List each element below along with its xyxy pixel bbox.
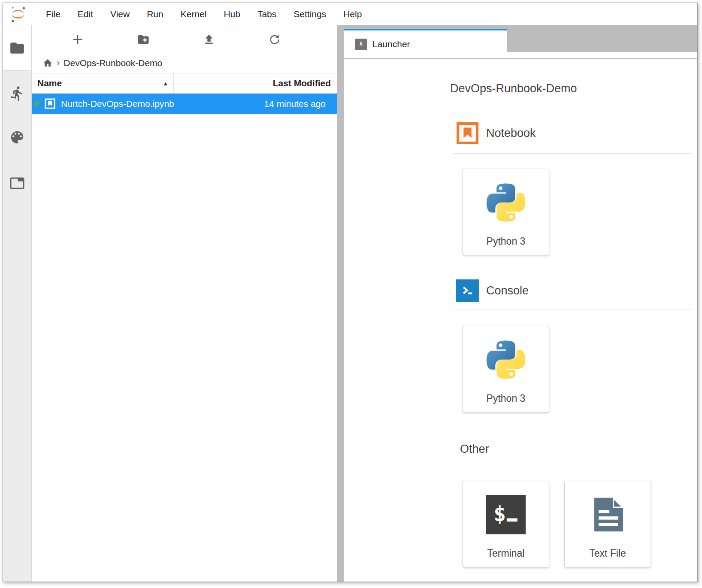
- terminal-icon: $: [486, 481, 526, 548]
- refresh-icon: [268, 33, 281, 46]
- menu-edit[interactable]: Edit: [69, 9, 102, 19]
- new-launcher-button[interactable]: [45, 33, 110, 46]
- svg-text:$: $: [493, 502, 506, 526]
- sort-ascending-icon: ▲: [163, 80, 168, 87]
- palette-icon: [9, 129, 25, 145]
- card-label-python3: Python 3: [487, 393, 526, 404]
- menu-settings[interactable]: Settings: [285, 9, 335, 19]
- last-modified-column-label: Last Modified: [273, 78, 331, 88]
- menu-view[interactable]: View: [102, 9, 138, 19]
- tab-launcher-label: Launcher: [372, 39, 410, 49]
- menu-file[interactable]: File: [37, 9, 69, 19]
- card-label-text-file: Text File: [589, 548, 626, 559]
- folder-icon: [9, 40, 25, 56]
- plus-icon: [71, 33, 84, 46]
- activity-sidebar: [3, 25, 32, 582]
- sidebar-tab-running-sessions[interactable]: [9, 85, 26, 102]
- section-header-console: Console: [456, 279, 529, 302]
- new-folder-button[interactable]: [110, 33, 176, 46]
- column-header-last-modified[interactable]: Last Modified: [174, 73, 337, 93]
- file-name: Nurtch-DevOps-Demo.ipynb: [61, 99, 174, 109]
- file-browser-panel: › DevOps-Runbook-Demo Name ▲ Last Modifi…: [32, 25, 337, 582]
- breadcrumb: › DevOps-Runbook-Demo: [32, 53, 337, 73]
- menu-run[interactable]: Run: [138, 9, 172, 19]
- section-divider: [454, 466, 691, 466]
- breadcrumb-current-folder[interactable]: DevOps-Runbook-Demo: [64, 58, 162, 68]
- main-dock-panel: Launcher DevOps-Runbook-Demo Notebook: [344, 25, 697, 582]
- sidebar-tab-command-palette[interactable]: [9, 129, 26, 146]
- file-list-header: Name ▲ Last Modified: [32, 73, 337, 94]
- other-cards: $ Terminal: [463, 481, 651, 567]
- console-cards: Python 3: [463, 326, 549, 412]
- text-file-icon: [588, 481, 627, 548]
- menu-hub[interactable]: Hub: [215, 9, 249, 19]
- launcher-card-text-file[interactable]: Text File: [564, 481, 651, 567]
- dock-tab-bar: Launcher: [344, 25, 697, 59]
- menu-help[interactable]: Help: [335, 9, 370, 19]
- sidebar-tab-file-browser[interactable]: [9, 39, 26, 57]
- name-column-label: Name: [37, 78, 62, 88]
- breadcrumb-separator: ›: [57, 58, 60, 69]
- workspace: › DevOps-Runbook-Demo Name ▲ Last Modifi…: [3, 25, 697, 582]
- column-header-name[interactable]: Name ▲: [32, 73, 174, 93]
- home-icon[interactable]: [42, 58, 53, 68]
- card-label-python3: Python 3: [487, 236, 526, 247]
- section-label-console: Console: [486, 284, 529, 297]
- launcher-card-console-python3[interactable]: Python 3: [463, 326, 549, 412]
- file-row-selected[interactable]: Nurtch-DevOps-Demo.ipynb 14 minutes ago: [32, 94, 337, 114]
- menu-bar: File Edit View Run Kernel Hub Tabs Setti…: [3, 3, 697, 25]
- launcher-rocket-icon: [355, 39, 367, 50]
- jupyterlab-window: File Edit View Run Kernel Hub Tabs Setti…: [3, 3, 698, 582]
- upload-icon: [203, 33, 215, 46]
- menu-kernel[interactable]: Kernel: [172, 9, 215, 19]
- running-man-icon: [9, 85, 25, 102]
- launcher-cwd-title: DevOps-Runbook-Demo: [450, 82, 577, 95]
- refresh-button[interactable]: [242, 33, 307, 46]
- section-divider: [454, 309, 691, 309]
- upload-button[interactable]: [176, 33, 242, 46]
- section-header-notebook: Notebook: [456, 122, 536, 145]
- notebook-file-icon: [44, 98, 56, 109]
- launcher-card-terminal[interactable]: $ Terminal: [463, 481, 549, 567]
- tabs-icon: [9, 176, 25, 191]
- card-label-terminal: Terminal: [487, 548, 525, 559]
- notebook-icon: [456, 122, 479, 145]
- section-label-notebook: Notebook: [486, 127, 536, 140]
- notebook-cards: Python 3: [463, 169, 549, 255]
- sidebar-tab-open-tabs[interactable]: [9, 175, 26, 192]
- new-folder-icon: [137, 33, 150, 46]
- launcher-card-notebook-python3[interactable]: Python 3: [463, 169, 549, 255]
- python-icon: [484, 326, 528, 393]
- file-last-modified: 14 minutes ago: [174, 99, 337, 109]
- panel-splitter-handle[interactable]: [337, 25, 344, 582]
- tab-launcher[interactable]: Launcher: [344, 29, 507, 58]
- section-divider: [454, 153, 691, 154]
- console-icon: [456, 279, 479, 302]
- jupyter-logo-icon: [9, 4, 27, 24]
- file-browser-toolbar: [32, 25, 337, 53]
- kernel-running-indicator: [35, 101, 39, 106]
- section-label-other: Other: [460, 443, 489, 456]
- menu-tabs[interactable]: Tabs: [249, 9, 285, 19]
- launcher-panel: DevOps-Runbook-Demo Notebook: [344, 59, 697, 582]
- python-icon: [484, 169, 528, 236]
